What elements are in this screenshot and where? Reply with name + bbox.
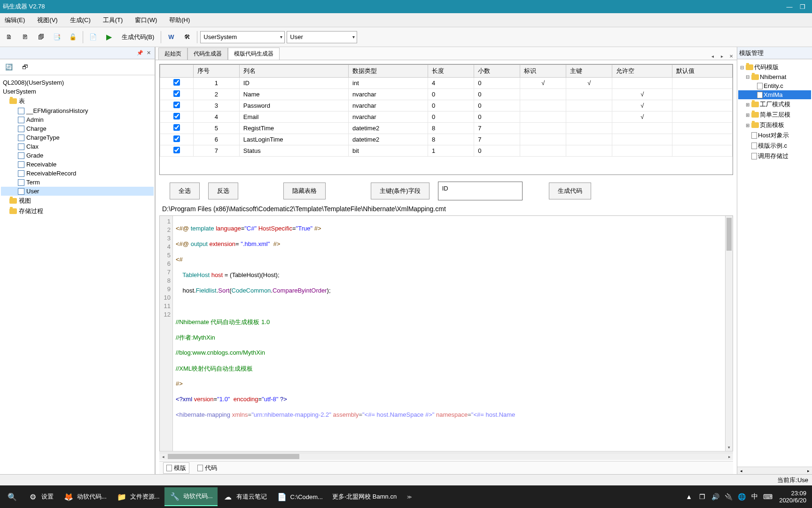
- tool-icon-5[interactable]: 🔓: [66, 30, 80, 44]
- expand-icon[interactable]: 🗗: [18, 60, 32, 74]
- tab-start[interactable]: 起始页: [158, 48, 187, 60]
- tray-icon[interactable]: 🌐: [737, 493, 746, 500]
- table-node[interactable]: Term: [1, 178, 154, 187]
- select-all-button[interactable]: 全选: [170, 183, 200, 199]
- template-tree-node[interactable]: ⊟Nhibernat: [738, 72, 811, 81]
- horizontal-scrollbar[interactable]: ◂ ▸: [159, 452, 733, 460]
- tab-prev[interactable]: ◂: [709, 52, 716, 60]
- row-checkbox[interactable]: [173, 113, 180, 119]
- database-tree[interactable]: QL2008)(UserSystem) UserSystem 表 __EFMig…: [0, 75, 155, 474]
- row-checkbox[interactable]: [173, 135, 180, 142]
- tables-folder[interactable]: 表: [1, 96, 154, 106]
- grid-header[interactable]: 允许空: [612, 65, 672, 78]
- start-search[interactable]: 🔍: [2, 487, 23, 506]
- word-icon[interactable]: W: [164, 30, 178, 44]
- row-checkbox[interactable]: [173, 124, 180, 131]
- template-tree-node[interactable]: ⊞简单三层模: [738, 110, 811, 120]
- run-icon[interactable]: ▶: [102, 30, 116, 44]
- table-combo[interactable]: User: [287, 31, 357, 43]
- tool-icon-3[interactable]: 🗐: [34, 30, 48, 44]
- code-editor[interactable]: 123456789101112 <#@ template language="C…: [159, 215, 733, 452]
- minimize-button[interactable]: —: [783, 2, 796, 11]
- template-tree-node[interactable]: ⊞页面模板: [738, 120, 811, 130]
- menu-view[interactable]: 视图(V): [34, 14, 60, 26]
- table-node[interactable]: Charge: [1, 124, 154, 133]
- taskbar-item[interactable]: 🦊动软代码...: [58, 487, 111, 506]
- tool-icon-2[interactable]: 🖹: [18, 30, 32, 44]
- id-input[interactable]: ID: [438, 182, 523, 200]
- clock[interactable]: 23:09 2020/6/20: [775, 490, 810, 504]
- tray-icon[interactable]: ▲: [684, 493, 694, 500]
- menu-window[interactable]: 窗口(W): [132, 14, 160, 26]
- table-row[interactable]: 2Namenvarchar00√: [160, 89, 733, 100]
- row-checkbox[interactable]: [173, 90, 180, 97]
- db-server-node[interactable]: QL2008)(UserSystem): [1, 78, 154, 87]
- pk-field-button[interactable]: 主键(条件)字段: [371, 183, 429, 199]
- tool-icon-4[interactable]: 📑: [50, 30, 64, 44]
- row-checkbox[interactable]: [173, 102, 180, 108]
- vertical-scrollbar[interactable]: ▴ ▾: [725, 216, 733, 451]
- menu-tools[interactable]: 工具(T): [100, 14, 126, 26]
- database-combo[interactable]: UserSystem: [200, 31, 285, 43]
- table-row[interactable]: 5RegistTimedatetime287: [160, 123, 733, 134]
- system-tray[interactable]: ▲❐🔊🔌🌐中⌨: [681, 492, 775, 501]
- columns-grid[interactable]: 序号列名数据类型长度小数标识主键允许空默认值 1IDint40√√2Namenv…: [159, 64, 733, 175]
- tray-icon[interactable]: ❐: [697, 493, 707, 500]
- taskbar-item[interactable]: ⚙设置: [23, 487, 58, 506]
- table-node[interactable]: Receivable: [1, 160, 154, 169]
- table-node[interactable]: Clax: [1, 142, 154, 151]
- views-folder[interactable]: 视图: [1, 196, 154, 206]
- grid-header[interactable]: 标识: [520, 65, 566, 78]
- template-tree[interactable]: ⊟代码模版⊟NhibernatEntity.cXmlMa⊞工厂模式模⊞简单三层模…: [737, 59, 812, 467]
- grid-header[interactable]: 主键: [566, 65, 612, 78]
- pin-icon[interactable]: 📌: [136, 49, 144, 57]
- taskbar-item[interactable]: 📄C:\Codem...: [272, 487, 328, 506]
- table-row[interactable]: 3Passwordnvarchar00√: [160, 100, 733, 111]
- table-row[interactable]: 4Emailnvarchar00√: [160, 111, 733, 123]
- table-row[interactable]: 7Statusbit10: [160, 145, 733, 157]
- tool-icon-7[interactable]: 🛠: [180, 30, 194, 44]
- tab-close[interactable]: ✕: [727, 52, 735, 60]
- taskbar-item[interactable]: 🔧动软代码...: [164, 487, 218, 506]
- row-checkbox[interactable]: [173, 79, 180, 86]
- template-tree-node[interactable]: ⊞工厂模式模: [738, 99, 811, 110]
- row-checkbox[interactable]: [173, 147, 180, 153]
- table-node[interactable]: Grade: [1, 151, 154, 160]
- tool-icon-6[interactable]: 📄: [86, 30, 100, 44]
- tray-icon[interactable]: 中: [750, 492, 759, 501]
- procs-folder[interactable]: 存储过程: [1, 206, 154, 216]
- right-h-scroll[interactable]: ◂ ▸: [737, 467, 812, 474]
- generate-code-label[interactable]: 生成代码(B): [118, 33, 158, 41]
- template-tree-node[interactable]: XmlMa: [738, 90, 811, 99]
- table-node[interactable]: ChargeType: [1, 133, 154, 142]
- template-tree-node[interactable]: Host对象示: [738, 130, 811, 141]
- tray-icon[interactable]: 🔌: [724, 493, 733, 500]
- taskbar-item[interactable]: 更多-北盟网校 Bamn.cn: [328, 487, 401, 506]
- close-icon[interactable]: ✕: [144, 49, 153, 57]
- table-node[interactable]: ReceivableRecord: [1, 169, 154, 178]
- template-tree-node[interactable]: 调用存储过: [738, 151, 811, 161]
- table-node[interactable]: Admin: [1, 115, 154, 124]
- tab-code[interactable]: 代码: [194, 462, 220, 474]
- grid-header[interactable]: 序号: [193, 65, 239, 78]
- generate-button[interactable]: 生成代码: [549, 183, 591, 199]
- grid-header[interactable]: 数据类型: [349, 65, 428, 78]
- template-tree-node[interactable]: ⊟代码模版: [738, 62, 811, 72]
- tray-icon[interactable]: 🔊: [710, 493, 720, 500]
- grid-header[interactable]: [160, 65, 194, 78]
- tool-icon-1[interactable]: 🗎: [2, 30, 16, 44]
- grid-header[interactable]: 长度: [428, 65, 474, 78]
- invert-button[interactable]: 反选: [208, 183, 238, 199]
- code-content[interactable]: <#@ template language="C#" HostSpecific=…: [173, 216, 733, 451]
- taskbar-item[interactable]: 📁文件资源...: [111, 487, 164, 506]
- tab-template[interactable]: 模版: [163, 462, 189, 474]
- tab-template-codegen[interactable]: 模版代码生成器: [228, 48, 280, 60]
- menu-edit[interactable]: 编辑(E): [2, 14, 28, 26]
- refresh-icon[interactable]: 🔄: [2, 60, 16, 74]
- table-row[interactable]: 6LastLoginTimedatetime287: [160, 134, 733, 145]
- maximize-button[interactable]: ❐: [796, 2, 809, 11]
- tab-codegen[interactable]: 代码生成器: [187, 48, 228, 60]
- menu-help[interactable]: 帮助(H): [166, 14, 193, 26]
- template-tree-node[interactable]: Entity.c: [738, 81, 811, 90]
- table-node[interactable]: User: [1, 187, 154, 196]
